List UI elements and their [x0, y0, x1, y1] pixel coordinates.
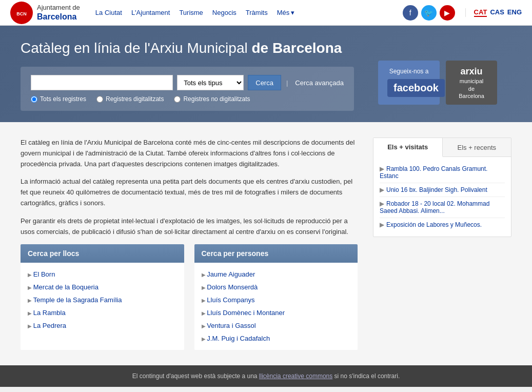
- logo-area[interactable]: BCN Ajuntament de Barcelona: [10, 2, 80, 24]
- tabs-content: ▶Rambla 100. Pedro Canals Gramunt. Estan…: [373, 157, 511, 237]
- cerca-button[interactable]: Cerca: [248, 75, 281, 90]
- desc-para2: La informació actual del catàleg represe…: [21, 177, 358, 208]
- main-content: El catàleg en línia de l'Arxiu Municipal…: [0, 122, 532, 365]
- tab-recents[interactable]: Els + recents: [443, 138, 511, 156]
- nav-tramits[interactable]: Tràmits: [246, 9, 268, 16]
- lloc-link[interactable]: La Pedrera: [28, 319, 177, 332]
- social-icons: f 🐦 ▶: [403, 5, 455, 21]
- footer-link[interactable]: llicència creative commons: [259, 373, 332, 380]
- tab-visitats[interactable]: Els + visitats: [373, 138, 443, 157]
- left-col: El catàleg en línia de l'Arxiu Municipal…: [21, 138, 358, 350]
- logo-text: Ajuntament de Barcelona: [37, 4, 80, 22]
- cerca-persones-header: Cerca per persones: [194, 244, 358, 263]
- lang-eng[interactable]: ENG: [507, 8, 522, 17]
- lloc-link[interactable]: La Rambla: [28, 306, 177, 319]
- persona-link[interactable]: Dolors Monserdà: [202, 281, 351, 293]
- persona-link[interactable]: Jaume Aiguader: [202, 268, 351, 281]
- persona-link[interactable]: Lluís Companys: [202, 293, 351, 306]
- cerca-llocs-header: Cerca per llocs: [21, 244, 184, 263]
- visited-item: ▶Robador 18 - 20 local 02. Mohammad Saee…: [380, 197, 505, 218]
- desc-para3: Per garantir els drets de propietat inte…: [21, 216, 358, 238]
- type-select[interactable]: Tots els tipus: [177, 75, 244, 90]
- persona-link[interactable]: Lluís Domènec i Montaner: [202, 306, 351, 319]
- tabs-panel: Els + visitats Els + recents ▶Rambla 100…: [373, 138, 511, 237]
- cerca-avancada-link[interactable]: Cerca avançada: [295, 79, 344, 87]
- facebook-segueix: Segueix-nos a: [387, 68, 430, 75]
- visited-item: ▶Exposición de Labores y Muñecos.: [380, 218, 505, 231]
- nav-mes[interactable]: Més ▾: [277, 9, 295, 16]
- desc-para1: El catàleg en línia de l'Arxiu Municipal…: [21, 138, 358, 169]
- nav-la-ciutat[interactable]: La Ciutat: [95, 9, 122, 16]
- persona-link[interactable]: Ventura i Gassol: [202, 319, 351, 332]
- hero-right: Segueix-nos a facebook arxiu municipal d…: [378, 61, 511, 105]
- cerca-llocs-content: El BornMercat de la BoqueriaTemple de la…: [21, 263, 184, 337]
- facebook-icon[interactable]: f: [403, 5, 418, 21]
- visited-link[interactable]: Robador 18 - 20 local 02. Mohammad Saeed…: [380, 200, 489, 214]
- nav-turisme[interactable]: Turisme: [179, 9, 203, 16]
- cerca-persones-content: Jaume AiguaderDolors MonserdàLluís Compa…: [194, 263, 358, 350]
- chevron-down-icon: ▾: [291, 9, 294, 16]
- tabs-header: Els + visitats Els + recents: [373, 138, 511, 157]
- visited-link[interactable]: Unio 16 bx. Baljinder Sigh. Polivalent: [386, 186, 487, 193]
- visited-item: ▶Unio 16 bx. Baljinder Sigh. Polivalent: [380, 183, 505, 197]
- filter-digitalized[interactable]: Registres digitalitzats: [96, 95, 164, 103]
- facebook-box[interactable]: Segueix-nos a facebook: [378, 61, 440, 105]
- footer: El contingut d'aquest web està subjecte …: [0, 365, 532, 387]
- cerca-llocs-panel: Cerca per llocs El BornMercat de la Boqu…: [21, 244, 184, 350]
- search-panels: Cerca per llocs El BornMercat de la Boqu…: [21, 244, 358, 350]
- visited-link[interactable]: Rambla 100. Pedro Canals Gramunt. Estanc: [380, 165, 487, 180]
- arxiu-logo-text: arxiu municipal de Barcelona: [459, 66, 484, 100]
- lang-switch: CAT CAS ENG: [465, 8, 522, 17]
- twitter-icon[interactable]: 🐦: [421, 5, 437, 21]
- visited-link[interactable]: Exposición de Labores y Muñecos.: [386, 221, 482, 228]
- lang-cas[interactable]: CAS: [490, 8, 504, 17]
- page-title: Catàleg en línia de l'Arxiu Municipal de…: [21, 40, 368, 56]
- facebook-logo: facebook: [387, 79, 445, 97]
- search-row: Tots els tipus Cerca | Cerca avançada: [31, 75, 344, 90]
- visited-item: ▶Rambla 100. Pedro Canals Gramunt. Estan…: [380, 162, 505, 183]
- persona-link[interactable]: J.M. Puig i Cadafalch: [202, 332, 351, 345]
- separator: |: [286, 79, 288, 87]
- lloc-link[interactable]: El Born: [28, 268, 177, 281]
- footer-text2: si no s'indica el contrari.: [332, 373, 400, 380]
- logo-badge: BCN: [10, 2, 33, 24]
- search-box: Tots els tipus Cerca | Cerca avançada To…: [21, 67, 354, 111]
- filter-row: Tots els registres Registres digitalitza…: [31, 95, 344, 103]
- filter-all[interactable]: Tots els registres: [31, 95, 86, 103]
- right-col: Els + visitats Els + recents ▶Rambla 100…: [373, 138, 511, 350]
- lang-cat[interactable]: CAT: [474, 8, 487, 17]
- hero-right-pair: Segueix-nos a facebook arxiu municipal d…: [378, 61, 511, 105]
- lloc-link[interactable]: Mercat de la Boqueria: [28, 281, 177, 293]
- hero-inner: Catàleg en línia de l'Arxiu Municipal de…: [21, 40, 511, 111]
- main-nav: La Ciutat L'Ajuntament Turisme Negocis T…: [95, 9, 392, 16]
- arxiu-logo-box[interactable]: arxiu municipal de Barcelona: [446, 61, 497, 105]
- search-input[interactable]: [31, 75, 173, 90]
- cerca-persones-panel: Cerca per persones Jaume AiguaderDolors …: [194, 244, 358, 350]
- hero: Catàleg en línia de l'Arxiu Municipal de…: [0, 26, 532, 122]
- filter-not-digitalized[interactable]: Registres no digitalitzats: [174, 95, 250, 103]
- youtube-icon[interactable]: ▶: [440, 5, 455, 21]
- lloc-link[interactable]: Temple de la Sagrada Família: [28, 293, 177, 306]
- hero-left: Catàleg en línia de l'Arxiu Municipal de…: [21, 40, 368, 111]
- header: BCN Ajuntament de Barcelona La Ciutat L'…: [0, 0, 532, 26]
- svg-text:BCN: BCN: [16, 11, 27, 16]
- footer-text: El contingut d'aquest web està subjecte …: [132, 373, 259, 380]
- nav-lajuntament[interactable]: L'Ajuntament: [131, 9, 170, 16]
- nav-negocis[interactable]: Negocis: [212, 9, 237, 16]
